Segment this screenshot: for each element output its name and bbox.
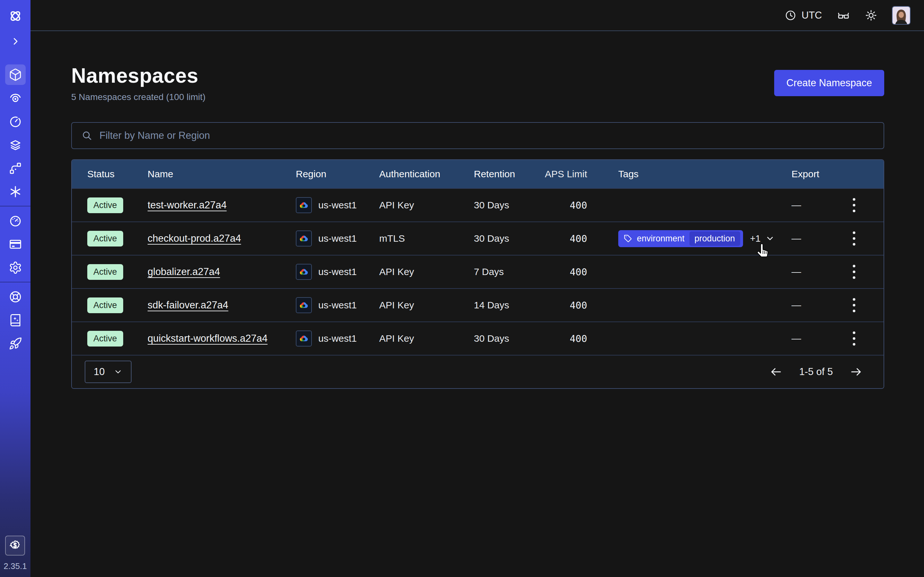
gcp-region-icon <box>296 297 312 313</box>
page-size-select[interactable]: 10 <box>85 361 132 383</box>
export-value: — <box>792 266 840 277</box>
row-menu-button[interactable] <box>850 229 858 248</box>
credits-button[interactable] <box>5 536 25 556</box>
region-label: us-west1 <box>318 300 357 311</box>
auth-method: API Key <box>379 333 474 344</box>
arrow-left-icon <box>770 366 782 378</box>
retention: 30 Days <box>474 333 537 344</box>
aps-limit: 400 <box>537 300 587 311</box>
auth-method: API Key <box>379 266 474 277</box>
col-header-region: Region <box>296 169 379 179</box>
sidebar-item-settings[interactable] <box>0 256 31 279</box>
prev-page-button[interactable] <box>770 366 782 378</box>
sidebar-item-namespaces[interactable] <box>0 63 31 86</box>
page-size-value: 10 <box>94 366 105 378</box>
avatar[interactable] <box>892 6 911 25</box>
sidebar-item-deployments[interactable] <box>0 156 31 180</box>
pipeline-icon <box>9 161 22 175</box>
sidebar-item-nexus[interactable] <box>0 180 31 203</box>
tag-icon <box>624 234 632 243</box>
col-header-aps-limit: APS Limit <box>537 169 587 179</box>
labs-button[interactable] <box>837 9 850 22</box>
gcp-region-icon <box>296 330 312 347</box>
gauge-icon <box>9 214 22 227</box>
timezone-button[interactable]: UTC <box>785 10 822 21</box>
sidebar-item-billing[interactable] <box>0 232 31 256</box>
export-value: — <box>792 200 840 211</box>
chevron-down-icon <box>765 234 775 243</box>
next-page-button[interactable] <box>850 366 863 378</box>
rocket-icon <box>9 337 22 350</box>
sidebar-divider <box>0 206 31 206</box>
filter-input[interactable] <box>99 130 874 141</box>
tag-value: production <box>690 231 740 246</box>
namespace-link[interactable]: sdk-failover.a27a4 <box>148 300 228 311</box>
sidebar-item-schedules[interactable] <box>0 110 31 133</box>
region-label: us-west1 <box>318 266 357 277</box>
status-badge: Active <box>87 331 123 347</box>
table-row: Active test-worker.a27a4 us-west1 API Ke… <box>72 188 884 221</box>
book-icon <box>9 314 22 327</box>
lifebuoy-icon <box>9 290 22 303</box>
status-badge: Active <box>87 298 123 313</box>
namespace-link[interactable]: test-worker.a27a4 <box>148 199 226 211</box>
tags-more-button[interactable]: +1 <box>750 234 775 244</box>
sidebar-item-support[interactable] <box>0 285 31 308</box>
table-row: Active globalizer.a27a4 us-west1 API Key… <box>72 255 884 288</box>
retention: 7 Days <box>474 266 537 277</box>
aps-limit: 400 <box>537 266 587 277</box>
retention: 14 Days <box>474 300 537 311</box>
gcp-region-icon <box>296 197 312 213</box>
table-row: Active quickstart-workflows.a27a4 us-wes… <box>72 322 884 355</box>
theme-toggle-button[interactable] <box>865 9 877 21</box>
sidebar-item-batch[interactable] <box>0 133 31 156</box>
table-row: Active sdk-failover.a27a4 us-west1 API K… <box>72 288 884 322</box>
row-menu-button[interactable] <box>850 329 858 348</box>
credit-card-icon <box>9 237 22 251</box>
spiral-eye-icon <box>9 91 22 105</box>
row-menu-button[interactable] <box>850 195 858 215</box>
export-value: — <box>792 233 840 244</box>
sidebar-item-docs[interactable] <box>0 308 31 332</box>
gcp-region-icon <box>296 230 312 247</box>
sidebar-item-getting-started[interactable] <box>0 332 31 355</box>
page-title: Namespaces <box>71 64 206 87</box>
namespace-link[interactable]: globalizer.a27a4 <box>148 266 220 277</box>
aps-limit: 400 <box>537 233 587 244</box>
col-header-tags: Tags <box>587 169 792 179</box>
page-subtitle: 5 Namespaces created (100 limit) <box>71 92 206 102</box>
col-header-retention: Retention <box>474 169 537 179</box>
glasses-icon <box>837 9 850 22</box>
filter-bar[interactable] <box>71 122 884 149</box>
chevron-down-icon <box>113 367 123 376</box>
row-menu-button[interactable] <box>850 295 858 315</box>
create-namespace-button[interactable]: Create Namespace <box>774 70 884 96</box>
aps-limit: 400 <box>537 200 587 211</box>
export-value: — <box>792 333 840 344</box>
sidebar-item-workflows[interactable] <box>0 86 31 110</box>
app-window: 2.35.1 UTC Namespaces 5 Namespaces creat… <box>0 0 924 577</box>
app-version: 2.35.1 <box>3 561 27 571</box>
row-menu-button[interactable] <box>850 262 858 282</box>
main-content: Namespaces 5 Namespaces created (100 lim… <box>31 32 924 577</box>
tag-badge[interactable]: environment production <box>618 230 743 247</box>
dollar-badge-icon <box>9 539 21 552</box>
gear-icon <box>9 261 22 274</box>
retention: 30 Days <box>474 233 537 244</box>
col-header-export: Export <box>792 169 840 179</box>
namespace-link[interactable]: quickstart-workflows.a27a4 <box>148 333 268 344</box>
auth-method: mTLS <box>379 233 474 244</box>
timezone-label: UTC <box>801 10 822 21</box>
status-badge: Active <box>87 197 123 213</box>
namespaces-table: Status Name Region Authentication Retent… <box>71 159 884 389</box>
namespace-link[interactable]: checkout-prod.a27a4 <box>148 233 241 244</box>
export-value: — <box>792 300 840 311</box>
sidebar-item-usage[interactable] <box>0 209 31 232</box>
sidebar: 2.35.1 <box>0 0 31 577</box>
arrow-right-icon <box>850 366 863 378</box>
sidebar-expand-button[interactable] <box>11 37 20 46</box>
layers-icon <box>9 138 22 152</box>
tags-more-count: +1 <box>750 234 761 244</box>
gcp-region-icon <box>296 264 312 280</box>
col-header-authentication: Authentication <box>379 169 474 179</box>
